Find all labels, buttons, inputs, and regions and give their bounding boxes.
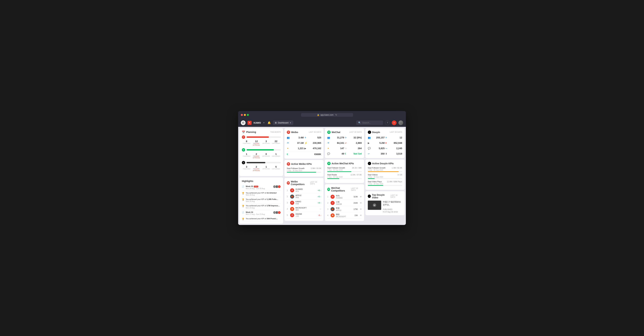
highlight-item-kpi1[interactable]: 🏆 You achieved your KPI of 21 Articles! … (242, 191, 281, 197)
douyin-kpi-2-name: Sept Videos (368, 174, 378, 176)
douyin-followers-row: 👥 255,157 (368, 135, 385, 140)
wechat-comp-title-text: WeChat Competitors (331, 187, 351, 192)
weibo-kpis-header: W Active Weibo KPIs (287, 162, 321, 166)
dashboard-tab[interactable]: ⊞ Dashboard ▼ (273, 120, 293, 125)
weibo-kpi-1-value: 2.0M / 33.3K (311, 167, 321, 169)
douyin-reach-value: 12 (400, 136, 402, 139)
douyin-require-num: 2 (252, 165, 261, 168)
wechat-cost-row: € Not Set (345, 152, 362, 156)
highlight-item-kpi2[interactable]: 🏆 You achieved your KPI of 1,395 Follo..… (242, 197, 281, 204)
wechat-posts-row: ✦ 147 (327, 146, 344, 150)
douyin-kpi-2-header: Sept Videos 3 / 20 (368, 174, 402, 176)
douyin-kpi-3: Sept Video Plays 11.6M / 50M Plays 1 Sep… (368, 181, 402, 186)
eye-icon: 👁 (287, 142, 289, 144)
douyin-kpi-1-bar (368, 171, 402, 172)
highlight-item-week34[interactable]: 📄 Week 34 Mon 17 Aug - Sun 23 Aug +4 (242, 210, 281, 216)
wechat-published-label: PUBLISHED (242, 155, 252, 157)
weibo-reach-row: ✈ 525 (304, 135, 321, 140)
comp-huawei[interactable]: 1 H HUAWEI 华为 +5 ↑ (287, 187, 321, 194)
douyin-kpi-1-fill (368, 171, 399, 172)
wechat-require-approval: 2 REQUIRE APPROVAL (252, 152, 261, 158)
douyin-shares-row: ↪ 2,245 (385, 146, 402, 150)
weibo-comp-title-text: Weibo Competitors (291, 180, 310, 186)
weibo-kpis-icon: W (287, 162, 290, 166)
kpi4-text: You achieved your KPI of 364 Posts!... (246, 217, 281, 220)
douyin-kpi-3-dates: 1 Sep - 30 Sep 2020 (368, 183, 402, 185)
douyin-published-label: PUBLISHED (242, 168, 252, 170)
highlight-item-kpi3[interactable]: 🏆 You achieved your KPI of 17M Impress..… (242, 204, 281, 210)
wechat-stats: 1 PUBLISHED 2 REQUIRE APPROVAL 0 APPROVE… (242, 152, 281, 158)
douyin-require-label: REQUIRE APPROVAL (252, 168, 261, 171)
huawei-logo: H (290, 188, 294, 192)
douyin-kpi-1-value: 1.3M / 82.3K (392, 167, 402, 169)
weibo-views-row: 👁 37.1M (287, 141, 304, 145)
wechat-posts-icon: ✦ (327, 147, 329, 150)
weibo-approved-num: 3 (262, 140, 271, 143)
planning-title: 📅 Planning (242, 130, 256, 134)
douyin-kpi-1-dates: 1 Sep - 30 Sep 2020 (368, 169, 402, 171)
wechat-title: WeChat (332, 131, 340, 133)
highlight-avatars-2: +4 (274, 211, 281, 214)
weibo-approved: 3 APPROVED (262, 140, 271, 146)
douyin-kpis-icon: ♪ (368, 162, 371, 165)
wc-comp-xiaomi[interactable]: 2 小 小米 XIAOMI 242K 👁 (327, 200, 362, 206)
wechat-kpis-title-text: Active WeChat KPIs (332, 162, 354, 165)
kpi2-text: You achieved your KPI of 1,395 Follo... (246, 198, 281, 201)
main-content: 📅 Planning THIS MONTH W 8 (238, 127, 406, 225)
maximize-button[interactable] (247, 114, 249, 116)
wechat-unplanned-num: 1 (271, 152, 281, 155)
notification-bell[interactable]: 🔔 (268, 121, 271, 124)
douyin-kpi-2: Sept Videos 3 / 20 1 Sep - 30 Sep 2020 (368, 174, 402, 179)
wc-comp-apple[interactable]: 3 🍎 苹果 APPLE 175K 👁 (327, 206, 362, 212)
url-bar[interactable]: 🔒 app.kawo.com ↻ (301, 113, 353, 117)
comp-microsoft[interactable]: 4 ⊞ MICROSOFT 微软 → (287, 206, 321, 212)
weibo-comp-period: LAST 30 DAYS (310, 181, 321, 185)
help-button[interactable]: ? (385, 120, 390, 125)
weibo-period: LAST 30 DAYS (309, 131, 321, 133)
add-button[interactable]: + (392, 120, 396, 125)
highlight-avatars: +1 (274, 185, 281, 188)
douyin-kpi-3-bar (368, 185, 402, 186)
weibo-published-label: PUBLISHED (242, 143, 252, 144)
weibo-require-approval: 12 REQUIRE APPROVAL (252, 140, 261, 146)
wechat-saves-icon: ☆ (345, 147, 347, 150)
kpi3-text: You achieved your KPI of 17M Impress... (246, 205, 281, 207)
search-box[interactable]: 🔍 Search... (356, 120, 383, 125)
douyin-downloads-row: ⬇ 3,519 (385, 152, 402, 156)
kpi3-date: Mon 24 Aug (246, 207, 281, 209)
comp-xiaomi[interactable]: 5 小 XIAOMI 小米 -1 ↓ (287, 212, 321, 218)
wechat-followers-row: 👥 31,279 (327, 135, 344, 140)
douyin-approved-label: APPROVED (262, 168, 271, 170)
douyin-reach-icon: ✈ (385, 136, 387, 139)
comp-apple[interactable]: 2 🍎 APPLE 苹果 +1 ↑ (287, 194, 321, 200)
wechat-require-num: 2 (252, 152, 261, 155)
douyin-approved-num: 1 (262, 165, 271, 168)
highlight-item-week35[interactable]: 📄 Week 35NEW Mon 24 Aug - Sun 30 Aug +1 (242, 184, 281, 191)
comp-kawo[interactable]: 3 K KAWO 科握 +3 ↑ (287, 200, 321, 206)
wc-comp-huawei[interactable]: 1 H 华为 HUAWEI 323K 👁 (327, 194, 362, 200)
url-text: app.kawo.com (320, 114, 334, 116)
lock-icon: 🔒 (317, 114, 320, 116)
kawo-icon: K (248, 121, 252, 125)
reload-icon[interactable]: ↻ (336, 114, 337, 116)
douyin-kpis-title: ♪ Active Douyin KPIs (368, 162, 394, 165)
wechat-column: W WeChat LAST 30 DAYS 👥 31,279 ✈ 32 (8%) (325, 128, 364, 224)
dashboard-icon: ⊞ (275, 121, 277, 124)
trophy-icon-2: 🏆 (242, 198, 244, 201)
douyin-kpis-header: ♪ Active Douyin KPIs (368, 162, 402, 165)
douyin-video-value: 5.2M (379, 142, 384, 144)
douyin-kpi-3-name: Sept Video Plays (368, 181, 382, 183)
weibo-unplanned-num: 22 (271, 140, 281, 143)
highlight-item-kpi4[interactable]: 🏆 You achieved your KPI of 364 Posts!... (242, 216, 281, 221)
user-avatar[interactable] (398, 120, 403, 125)
minimize-button[interactable] (244, 114, 246, 116)
weibo-kpi-1: Sept Follower Growth 2.0M / 33.3K 1 Sep … (287, 167, 321, 173)
wechat-competitors-card: W WeChat Competitors LAST 30 DAYS 1 H 华为… (325, 184, 364, 221)
close-button[interactable] (241, 114, 243, 116)
wechat-kpi-2-fill (327, 178, 339, 179)
wechat-platform-icon: W (242, 148, 245, 151)
wc-comp-microsoft[interactable]: 4 ⊞ 微软 MICROSOFT 22K 👁 (327, 212, 362, 219)
wechat-posts-value: 147 (340, 147, 344, 150)
douyin-icon: ♪ (368, 130, 371, 134)
video-thumbnail: ▶ (368, 201, 381, 210)
